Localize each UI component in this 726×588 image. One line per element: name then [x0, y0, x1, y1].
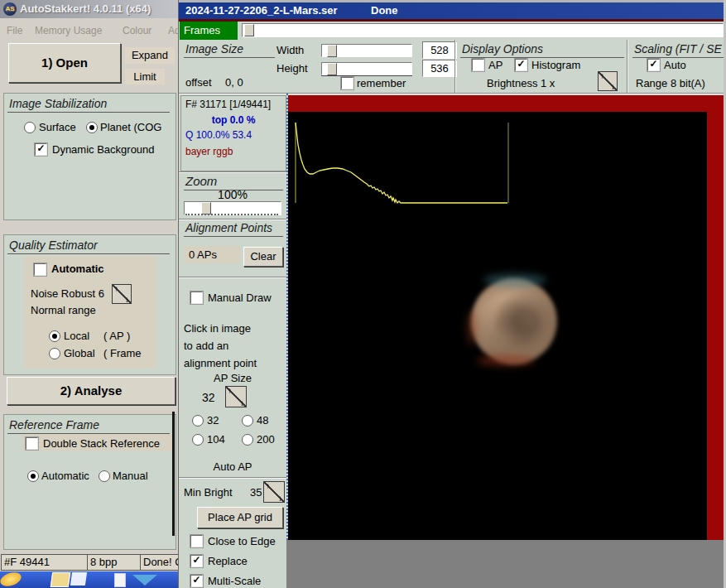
place-ap-grid-button[interactable]: Place AP grid	[197, 507, 283, 528]
window-edge-divider	[172, 412, 175, 536]
document-icon[interactable]	[114, 573, 126, 587]
planet-cog-radio[interactable]	[86, 122, 98, 133]
local-radio[interactable]	[49, 330, 60, 342]
local-suffix: ( AP )	[103, 330, 130, 342]
bayer-pattern: bayer rggb	[185, 146, 233, 157]
hint-line: to add an	[184, 337, 257, 354]
local-label: Local	[64, 330, 89, 342]
automatic-quality-checkbox[interactable]	[34, 263, 46, 276]
right-window-titlebar[interactable]: 2024-11-27-2206_2-L-Mars.ser Done	[179, 2, 726, 19]
histogram-curve	[296, 123, 507, 203]
image-stabilization-group: Image Stabilization Surface Planet (COG …	[3, 93, 176, 220]
display-options-header: Display Options	[460, 42, 624, 58]
automatic-quality-label: Automatic	[51, 263, 104, 275]
folder-icon[interactable]	[70, 572, 87, 586]
remember-checkbox[interactable]	[341, 77, 353, 89]
surface-radio[interactable]	[24, 122, 36, 133]
ref-manual-radio[interactable]	[99, 470, 110, 482]
menu-advanced[interactable]: Ad	[168, 25, 178, 36]
chevron-down-icon[interactable]	[132, 575, 157, 586]
size-32-radio[interactable]	[192, 415, 204, 427]
ref-automatic-radio[interactable]	[27, 470, 39, 482]
dynamic-background-label: Dynamic Background	[52, 143, 176, 156]
alignment-points-header: Alignment Points	[184, 221, 283, 237]
min-bright-spinner[interactable]	[263, 481, 285, 503]
quality-estimator-panel: Automatic Noise Robust 6 Normal range Lo…	[24, 256, 156, 369]
multi-scale-label: Multi-Scale	[208, 575, 261, 587]
ap-size-spinner[interactable]	[225, 386, 247, 407]
frames-slider[interactable]	[242, 23, 724, 37]
width-slider-thumb[interactable]	[327, 45, 337, 57]
ap-size-value: 32	[202, 391, 215, 404]
histogram-checkbox[interactable]	[515, 59, 527, 71]
size-200-radio[interactable]	[242, 434, 253, 446]
left-window-titlebar[interactable]: AS AutoStakkert! 4.0.11 (x64)	[0, 0, 178, 18]
size-200-label: 200	[257, 433, 275, 446]
remember-label: remember	[357, 77, 406, 89]
image-border-right	[707, 95, 724, 540]
frames-slider-thumb[interactable]	[244, 24, 254, 36]
noise-robust-spinner[interactable]	[112, 284, 132, 304]
surface-label: Surface	[39, 121, 76, 133]
frame-info-panel: F# 31171 [1/49441] top 0.0 % Q 100.0% 53…	[180, 95, 286, 171]
expand-button[interactable]: Expand	[125, 47, 175, 64]
brightness-spinner[interactable]	[598, 71, 618, 91]
titlebar-underline	[179, 19, 726, 22]
open-button[interactable]: 1) Open	[8, 43, 121, 83]
right-window: 2024-11-27-2206_2-L-Mars.ser Done Frames…	[178, 0, 726, 588]
ap-display-checkbox[interactable]	[472, 59, 484, 71]
dynamic-background-checkbox[interactable]	[35, 143, 47, 156]
width-label: Width	[276, 44, 304, 56]
menu-memory-usage[interactable]: Memory Usage	[35, 25, 102, 36]
zoom-slider-thumb[interactable]	[201, 202, 211, 214]
reference-frame-header: Reference Frame	[7, 418, 170, 434]
analyse-button[interactable]: 2) Analyse	[7, 377, 175, 405]
taskbar-app-icon[interactable]	[0, 571, 23, 588]
range-label: Range 8 bit(A)	[636, 77, 705, 89]
image-canvas[interactable]	[288, 112, 707, 540]
planet-cog-label: Planet (COG	[100, 121, 161, 133]
height-slider-thumb[interactable]	[327, 63, 337, 75]
manual-draw-checkbox[interactable]	[190, 292, 203, 304]
min-bright-label: Min Bright	[184, 486, 233, 499]
width-slider[interactable]	[321, 44, 412, 57]
menu-colour[interactable]: Colour	[123, 25, 151, 36]
size-48-radio[interactable]	[242, 415, 253, 427]
height-label: Height	[276, 62, 308, 75]
frames-tab[interactable]: Frames	[180, 22, 238, 40]
double-stack-checkbox[interactable]	[26, 437, 38, 450]
clear-button[interactable]: Clear	[243, 247, 283, 267]
zoom-value: 100%	[179, 188, 286, 201]
ap-size-label: AP Size	[179, 372, 286, 384]
title-status: Done	[371, 2, 398, 19]
quality-estimator-group: Quality Estimator Automatic Noise Robust…	[3, 234, 176, 375]
divider	[179, 171, 286, 173]
histogram-label: Histogram	[531, 59, 621, 71]
folder-icon[interactable]	[50, 572, 71, 587]
limit-button[interactable]: Limit	[125, 69, 165, 84]
global-radio[interactable]	[49, 348, 60, 359]
offset-value: 0, 0	[225, 76, 243, 89]
taskbar[interactable]	[0, 571, 178, 588]
auto-ap-label: Auto AP	[179, 460, 286, 473]
divider	[179, 93, 726, 94]
canvas-lower-gutter	[286, 540, 724, 588]
close-to-edge-checkbox[interactable]	[190, 535, 203, 547]
divider	[627, 40, 628, 93]
height-slider[interactable]	[321, 62, 412, 75]
auto-scaling-checkbox[interactable]	[647, 59, 660, 71]
quality-estimator-header: Quality Estimator	[7, 239, 170, 254]
divider	[179, 219, 286, 220]
replace-checkbox[interactable]	[190, 555, 203, 567]
hint-line: Click in image	[184, 320, 257, 337]
multi-scale-checkbox[interactable]	[190, 575, 203, 587]
ref-automatic-label: Automatic	[41, 470, 89, 482]
divider	[179, 277, 286, 278]
double-stack-label: Double Stack Reference	[43, 437, 160, 450]
divider	[321, 75, 412, 76]
file-title: 2024-11-27-2206_2-L-Mars.ser	[185, 2, 338, 19]
menu-file[interactable]: File	[7, 25, 22, 36]
ap-hint-text: Click in image to add an alignment point	[184, 320, 257, 372]
scaling-header: Scaling (FIT / SE	[632, 42, 726, 58]
size-104-radio[interactable]	[192, 434, 204, 446]
